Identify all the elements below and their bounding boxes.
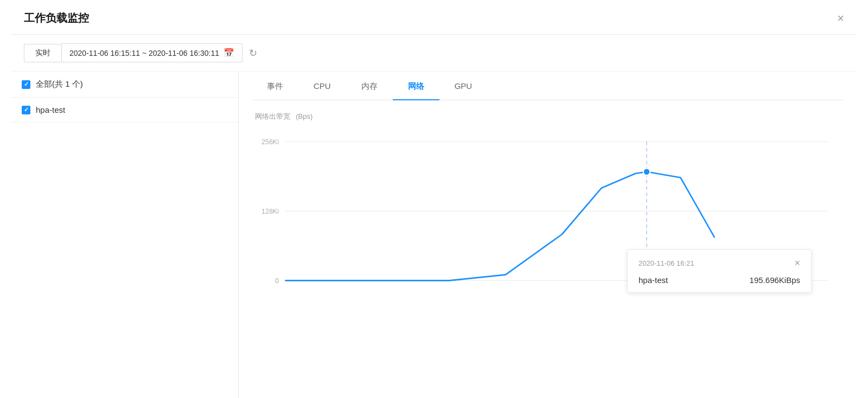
hpa-test-checkbox[interactable] [22, 106, 30, 114]
tooltip-data-row: hpa-test 195.696KiBps [639, 275, 800, 285]
sidebar-item-hpa-test[interactable]: hpa-test [11, 98, 238, 123]
hpa-test-label: hpa-test [36, 105, 65, 114]
sidebar-all-item[interactable]: 全部(共 1 个) [11, 72, 238, 98]
main-content: 事件 CPU 内存 网络 GPU 网络出带宽 (Bps) [239, 72, 857, 398]
svg-text:256Ki: 256Ki [261, 138, 279, 145]
datetime-range-button[interactable]: 2020-11-06 16:15:11 ~ 2020-11-06 16:30:1… [61, 43, 242, 62]
chart-area: 网络出带宽 (Bps) 256Ki 128Ki 0 [252, 100, 844, 304]
dialog-title: 工作负载监控 [24, 11, 89, 25]
all-checkbox[interactable] [22, 80, 30, 89]
dialog-container: 工作负载监控 × 实时 2020-11-06 16:15:11 ~ 2020-1… [11, 0, 857, 398]
all-label: 全部(共 1 个) [36, 79, 83, 89]
tabs-bar: 事件 CPU 内存 网络 GPU [252, 72, 844, 100]
dialog-header: 工作负载监控 × [11, 0, 857, 35]
tooltip-series-name: hpa-test [639, 275, 668, 285]
chart-container: 256Ki 128Ki 0 2020-11 [252, 130, 844, 304]
tab-memory[interactable]: 内存 [346, 74, 393, 100]
tab-events[interactable]: 事件 [252, 74, 298, 100]
calendar-icon: 📅 [224, 48, 234, 58]
tab-cpu[interactable]: CPU [298, 74, 346, 100]
chart-title: 网络出带宽 (Bps) [252, 111, 844, 121]
tooltip-header: 2020-11-06 16:21 × [639, 258, 800, 269]
svg-text:0: 0 [275, 277, 279, 284]
tab-gpu[interactable]: GPU [439, 74, 488, 100]
datetime-range-text: 2020-11-06 16:15:11 ~ 2020-11-06 16:30:1… [69, 49, 219, 57]
tooltip-time: 2020-11-06 16:21 [639, 259, 694, 267]
toolbar: 实时 2020-11-06 16:15:11 ~ 2020-11-06 16:3… [11, 35, 857, 72]
tooltip-close-button[interactable]: × [794, 258, 800, 269]
sidebar: 全部(共 1 个) hpa-test [11, 72, 239, 398]
tab-network[interactable]: 网络 [393, 74, 439, 100]
svg-text:128Ki: 128Ki [261, 207, 279, 215]
svg-point-7 [643, 168, 650, 175]
chart-tooltip: 2020-11-06 16:21 × hpa-test 195.696KiBps [627, 249, 812, 293]
dialog-close-button[interactable]: × [837, 12, 844, 24]
refresh-button[interactable]: ↻ [249, 47, 257, 59]
tooltip-series-value: 195.696KiBps [750, 275, 800, 285]
realtime-button[interactable]: 实时 [24, 44, 61, 62]
dialog-body: 全部(共 1 个) hpa-test 事件 CPU 内存 [11, 72, 857, 398]
